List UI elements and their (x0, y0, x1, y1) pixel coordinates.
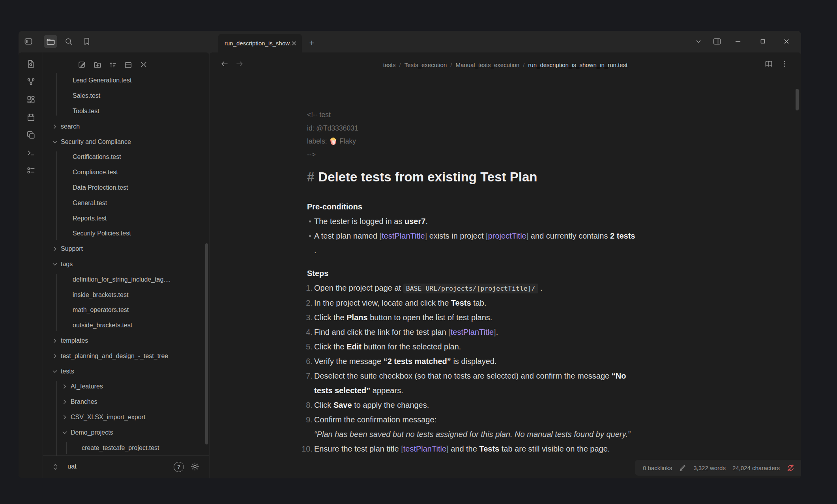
new-folder-button[interactable] (92, 59, 103, 71)
properties-button[interactable] (26, 166, 36, 175)
tree-item-folder[interactable]: Support (43, 241, 209, 257)
chevron-right-icon (62, 414, 68, 420)
tree-item-file[interactable]: inside_brackets.test (43, 287, 209, 302)
internal-link[interactable]: testPlanTitle (403, 444, 446, 453)
vault-chevrons-icon (51, 463, 60, 471)
word-count[interactable]: 3,322 words (693, 465, 726, 471)
minimize-button[interactable] (731, 35, 745, 48)
maximize-button[interactable] (756, 35, 770, 48)
tree-item-folder[interactable]: tags (43, 257, 209, 272)
editor-scrollbar[interactable] (796, 89, 799, 110)
chevron-down-icon (52, 261, 58, 267)
file-search-button[interactable] (26, 59, 36, 69)
bullet-dot (309, 220, 311, 222)
chevron-right-icon (62, 383, 68, 390)
graph-view-button[interactable] (26, 77, 36, 86)
layout-button[interactable] (122, 59, 134, 71)
tree-item-file[interactable]: Certifications.test (43, 149, 209, 165)
kebab-icon (781, 60, 788, 68)
bookmarks-button[interactable] (80, 35, 94, 48)
search-button[interactable] (62, 35, 75, 48)
tree-item-folder[interactable]: templates (43, 333, 209, 349)
gear-icon (190, 462, 200, 471)
settings-button[interactable] (190, 462, 200, 471)
tree-item-file[interactable]: Lead Generation.test (43, 73, 209, 88)
collapse-all-icon (139, 61, 148, 69)
document-body[interactable]: <!-- test id: @Td3336031 labels: 🍿 Flaky… (307, 77, 742, 456)
dashboard-icon (26, 95, 36, 104)
reading-view-button[interactable] (762, 58, 775, 70)
list-item: 10.Ensure the test plan title [testPlanT… (307, 442, 742, 456)
tree-item-folder[interactable]: CSV_XLSX_import_export (43, 410, 209, 425)
tree-item-folder[interactable]: Demo_projects (43, 425, 209, 440)
sort-icon (109, 61, 117, 69)
terminal-button[interactable] (26, 148, 36, 157)
close-icon (782, 37, 791, 46)
tree-item-file[interactable]: outside_brackets.test (43, 318, 209, 333)
canvas-button[interactable] (26, 95, 36, 104)
new-folder-icon (93, 61, 102, 69)
calendar-icon (26, 113, 36, 122)
bookmark-icon (82, 37, 92, 46)
breadcrumb-segment[interactable]: tests (383, 62, 396, 68)
daily-note-button[interactable] (26, 112, 36, 122)
internal-link[interactable]: testPlanTitle (451, 328, 494, 336)
list-item: 6.Verify the message “2 tests matched” i… (307, 354, 742, 369)
left-sidebar: Lead Generation.test Sales.test Tools.te… (19, 52, 209, 478)
frontmatter-comment: <!-- test id: @Td3336031 labels: 🍿 Flaky… (307, 108, 742, 161)
toggle-left-sidebar-button[interactable] (22, 35, 35, 48)
tree-item-file[interactable]: Security Policies.test (43, 226, 209, 241)
breadcrumb-segment[interactable]: Tests_execution (404, 62, 447, 68)
file-explorer: Lead Generation.test Sales.test Tools.te… (43, 52, 209, 478)
files-ribbon-button[interactable] (44, 35, 57, 48)
toggle-right-sidebar-button[interactable] (710, 35, 724, 48)
document-heading: #Delete tests from existing Test Plan (307, 168, 742, 186)
tree-item-file[interactable]: math_operators.test (43, 302, 209, 318)
graph-icon (26, 77, 36, 86)
preconditions-title: Pre-conditions (307, 202, 742, 212)
chevron-right-icon (62, 399, 68, 405)
tree-item-file[interactable]: Compliance.test (43, 165, 209, 180)
tree-item-file[interactable]: Reports.test (43, 211, 209, 226)
internal-link[interactable]: projectTitle (488, 231, 526, 240)
breadcrumb-segment-current[interactable]: run_description_is_shown_in_run.test (528, 62, 627, 68)
new-tab-button[interactable]: + (305, 36, 318, 50)
maximize-icon (758, 37, 767, 46)
help-button[interactable]: ? (174, 462, 184, 472)
tab-active[interactable]: run_description_is_show... (218, 34, 302, 52)
new-note-button[interactable] (76, 59, 88, 71)
tree-item-file[interactable]: Sales.test (43, 88, 209, 104)
steps-title: Steps (307, 268, 742, 278)
tab-list-button[interactable] (692, 35, 705, 48)
vault-switcher[interactable]: uat ? (43, 455, 209, 478)
view-header: tests / Tests_execution / Manual_tests_e… (210, 52, 801, 77)
edit-mode-toggle[interactable] (679, 464, 687, 472)
sidebar-scrollbar[interactable] (205, 243, 208, 444)
backlinks-count[interactable]: 0 backlinks (643, 465, 672, 471)
preconditions-list: The tester is logged in as user7. A test… (307, 214, 742, 258)
tree-item-file[interactable]: create_testcafe_project.test (43, 440, 209, 455)
internal-link[interactable]: testPlanTitle (382, 231, 425, 240)
tree-item-folder[interactable]: search (43, 119, 209, 134)
more-options-button[interactable] (778, 58, 791, 70)
breadcrumb-segment[interactable]: Manual_tests_execution (455, 62, 519, 68)
book-icon (764, 59, 773, 69)
tree-item-folder[interactable]: tests (43, 364, 209, 379)
tree-item-folder[interactable]: Branches (43, 394, 209, 410)
sort-order-button[interactable] (107, 59, 119, 71)
tab-close-icon[interactable] (291, 40, 297, 47)
tree-item-file[interactable]: General.test (43, 195, 209, 211)
collapse-all-button[interactable] (138, 59, 150, 71)
tree-item-folder[interactable]: Security and Compliance (43, 134, 209, 149)
character-count[interactable]: 24,024 characters (732, 465, 780, 471)
tree-item-folder[interactable]: AI_features (43, 379, 209, 394)
tree-item-file[interactable]: Tools.test (43, 104, 209, 119)
tree-item-file[interactable]: Data Protection.test (43, 180, 209, 196)
close-window-button[interactable] (780, 35, 793, 48)
tree-item-file[interactable]: definition_for_string_include_tag.... (43, 272, 209, 287)
breadcrumb: tests / Tests_execution / Manual_tests_e… (210, 52, 801, 77)
chevron-right-icon (52, 338, 58, 344)
sync-status[interactable] (786, 464, 795, 472)
tree-item-folder[interactable]: test_planning_and_design_-_test_tree (43, 348, 209, 364)
templates-button[interactable] (26, 130, 36, 140)
